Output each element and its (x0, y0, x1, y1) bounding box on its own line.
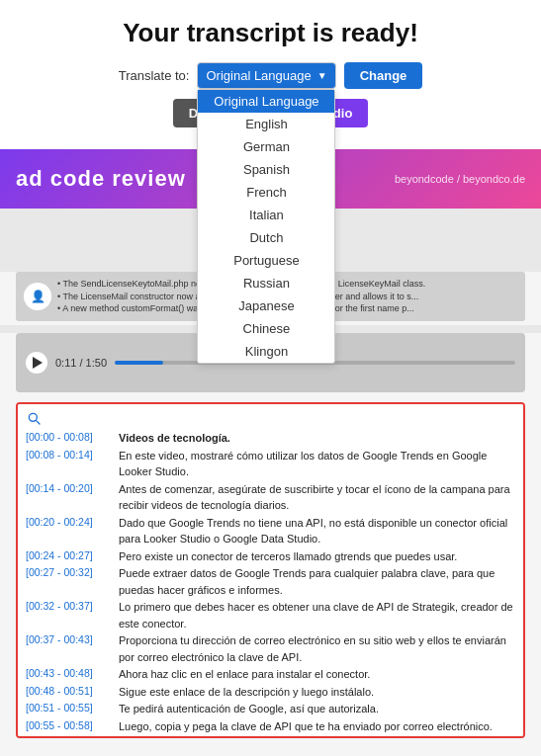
header-section: Your transcript is ready! Translate to: … (0, 0, 541, 149)
transcript-lines: [00:00 - 00:08]Videos de tecnología.[00:… (26, 430, 515, 738)
change-button[interactable]: Change (344, 62, 423, 89)
translate-row: Translate to: Original Language ▼ Origin… (20, 62, 521, 89)
transcript-text: Antes de comenzar, asegúrate de suscribi… (119, 481, 515, 514)
timestamp: [00:48 - 00:51] (26, 684, 115, 701)
timestamp: [00:43 - 00:48] (26, 666, 115, 683)
timestamp: [00:24 - 00:27] (26, 548, 115, 565)
dropdown-item-spanish[interactable]: Spanish (198, 158, 334, 181)
transcript-line: [00:58 - 01:03]Ingresa la palabra clave … (26, 735, 515, 738)
transcript-line: [00:27 - 00:32]Puede extraer datos de Go… (26, 565, 515, 598)
timestamp: [00:51 - 00:55] (26, 701, 115, 717)
translate-label: Translate to: (119, 68, 190, 83)
search-row (26, 410, 515, 426)
timestamp: [00:37 - 00:43] (26, 632, 115, 665)
language-dropdown-menu: Original Language English German Spanish… (197, 89, 335, 364)
dropdown-item-russian[interactable]: Russian (198, 272, 334, 294)
timestamp: [00:20 - 00:24] (26, 515, 115, 547)
dropdown-arrow-icon: ▼ (317, 70, 327, 81)
dropdown-item-french[interactable]: French (198, 181, 334, 204)
avatar: 👤 (24, 283, 51, 310)
progress-bar-fill (115, 361, 163, 365)
timestamp: [00:14 - 00:20] (26, 481, 115, 514)
dropdown-item-klingon[interactable]: Klingon (198, 340, 334, 363)
transcript-line: [00:24 - 00:27]Pero existe un conector d… (26, 548, 515, 565)
dropdown-item-portuguese[interactable]: Portuguese (198, 249, 334, 272)
play-button[interactable] (26, 352, 47, 374)
transcript-text: Dado que Google Trends no tiene una API,… (119, 515, 515, 547)
dropdown-item-original[interactable]: Original Language (198, 90, 334, 113)
transcript-line: [00:55 - 00:58]Luego, copia y pega la cl… (26, 718, 515, 735)
timestamp: [00:58 - 01:03] (26, 735, 115, 738)
transcript-text: Sigue este enlace de la descripción y lu… (119, 684, 374, 701)
page-title: Your transcript is ready! (20, 18, 521, 48)
transcript-text: Pero existe un conector de terceros llam… (119, 548, 457, 565)
timestamp: [00:27 - 00:32] (26, 565, 115, 598)
dropdown-item-chinese[interactable]: Chinese (198, 317, 334, 340)
transcript-line: [00:37 - 00:43]Proporciona tu dirección … (26, 632, 515, 665)
banner-text: ad code review (16, 166, 186, 192)
transcript-line: [00:32 - 00:37]Lo primero que debes hace… (26, 599, 515, 631)
transcript-section: [00:00 - 00:08]Videos de tecnología.[00:… (16, 402, 525, 738)
transcript-text: Proporciona tu dirección de correo elect… (119, 632, 515, 665)
search-icon (26, 410, 42, 426)
transcript-text: Videos de tecnología. (119, 430, 230, 447)
time-display: 0:11 / 1:50 (55, 357, 107, 369)
transcript-text: Puede extraer datos de Google Trends par… (119, 565, 515, 598)
selected-language: Original Language (206, 68, 311, 83)
timestamp: [00:08 - 00:14] (26, 448, 115, 480)
timestamp: [00:32 - 00:37] (26, 599, 115, 631)
dropdown-item-german[interactable]: German (198, 135, 334, 158)
banner-sub: beyondcode / beyondco.de (395, 173, 525, 185)
transcript-text: Ahora haz clic en el enlace para instala… (119, 666, 370, 683)
transcript-line: [00:00 - 00:08]Videos de tecnología. (26, 430, 515, 447)
transcript-text: Ingresa la palabra clave de la que desea… (119, 735, 390, 738)
transcript-line: [00:20 - 00:24]Dado que Google Trends no… (26, 515, 515, 547)
transcript-line: [00:14 - 00:20]Antes de comenzar, asegúr… (26, 481, 515, 514)
dropdown-item-italian[interactable]: Italian (198, 204, 334, 226)
transcript-line: [00:48 - 00:51]Sigue este enlace de la d… (26, 684, 515, 701)
timestamp: [00:00 - 00:08] (26, 430, 115, 447)
transcript-line: [00:51 - 00:55]Te pedirá autenticación d… (26, 701, 515, 717)
transcript-line: [00:08 - 00:14]En este video, mostraré c… (26, 448, 515, 480)
dropdown-item-japanese[interactable]: Japanese (198, 294, 334, 317)
transcript-text: En este video, mostraré cómo utilizar lo… (119, 448, 515, 480)
transcript-text: Lo primero que debes hacer es obtener un… (119, 599, 515, 631)
timestamp: [00:55 - 00:58] (26, 718, 115, 735)
transcript-text: Luego, copia y pega la clave de API que … (119, 718, 493, 735)
language-dropdown-container[interactable]: Original Language ▼ Original Language En… (197, 62, 335, 89)
transcript-line: [00:43 - 00:48]Ahora haz clic en el enla… (26, 666, 515, 683)
dropdown-item-dutch[interactable]: Dutch (198, 226, 334, 249)
play-icon (33, 357, 43, 369)
dropdown-item-english[interactable]: English (198, 113, 334, 135)
language-dropdown-trigger[interactable]: Original Language ▼ (197, 62, 335, 89)
transcript-text: Te pedirá autenticación de Google, así q… (119, 701, 379, 717)
